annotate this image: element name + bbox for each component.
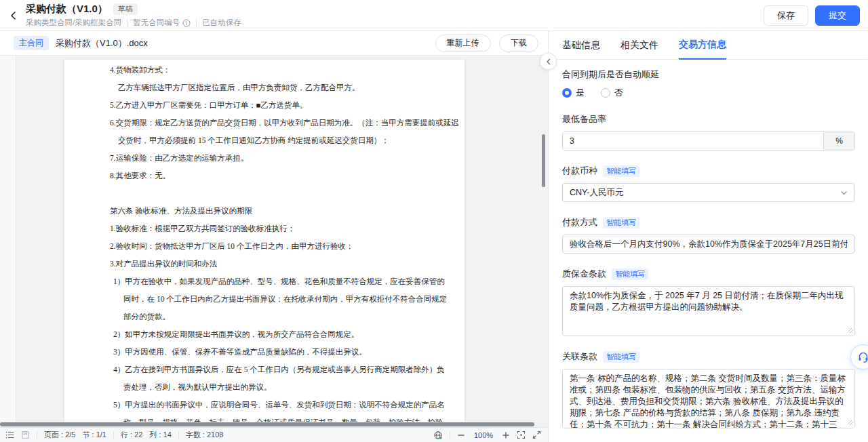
- document-panel: 主合同 采购付款（V1.0）.docx 重新上传 下载 4.货物装卸方式：: [0, 31, 549, 442]
- info-icon[interactable]: [182, 19, 191, 27]
- document-viewport: 4.货物装卸方式： 乙方车辆抵达甲方厂区指定位置后，由甲方负责卸货，乙方配合甲方…: [0, 56, 548, 422]
- zoom-level: 100%: [472, 431, 495, 439]
- field-label: 质保金条款: [562, 268, 606, 280]
- horizontal-scrollbar-thumb[interactable]: [0, 422, 534, 426]
- language-globe-icon[interactable]: [433, 430, 443, 440]
- tab[interactable]: 交易方信息: [679, 31, 726, 60]
- divider: [196, 19, 197, 26]
- field-label: 付款方式: [562, 216, 597, 228]
- field-auto-renew: 合同到期后是否自动顺延 是 否: [562, 68, 855, 99]
- thumbnail-rail[interactable]: [0, 56, 16, 422]
- doc-name: 采购付款（V1.0）.docx: [56, 37, 148, 49]
- submit-button[interactable]: 提交: [815, 5, 860, 26]
- vertical-scrollbar-thumb[interactable]: [542, 134, 545, 187]
- doc-line: 3.对产品提出异议的时间和办法: [64, 255, 465, 273]
- line-indicator: 行 : 22: [121, 430, 142, 440]
- fullscreen-icon[interactable]: [532, 430, 541, 439]
- min-spare-rate-input-group: %: [562, 132, 855, 150]
- doc-line: 6.交货期限：规定乙方送货的产品交货日期，以甲方收到产品日期为准。（注：当甲方需…: [64, 114, 465, 132]
- tab[interactable]: 基础信息: [562, 31, 600, 60]
- fit-page-icon[interactable]: [517, 430, 526, 439]
- radio-dot: [601, 88, 610, 98]
- selected-value: CNY-人民币元: [570, 187, 623, 199]
- zoom-out-icon[interactable]: [457, 431, 465, 439]
- doc-type-badge: 主合同: [14, 36, 49, 50]
- status-badge: 草稿: [113, 3, 138, 15]
- autosave-status: 已自动保存: [202, 18, 241, 28]
- document-toolbar: 主合同 采购付款（V1.0）.docx 重新上传 下载: [0, 31, 548, 56]
- warranty-clause-textarea[interactable]: 余款10%作为质保金，于 2025 年7 月 25 日前付清；在质保期二年内出现…: [562, 286, 855, 336]
- radio-label: 是: [576, 87, 585, 99]
- bookmark-icon[interactable]: [21, 430, 30, 439]
- min-spare-rate-input[interactable]: [563, 132, 823, 150]
- section-indicator: 节 : 1/1: [82, 430, 106, 440]
- doc-line: 7.运输保险：由乙方选定的运输方承担。: [64, 149, 465, 167]
- doc-line: 5.乙方进入甲方厂区需要凭：口甲方订单；■乙方送货单。: [64, 96, 465, 114]
- page-indicator: 页面 : 2/5: [44, 430, 75, 440]
- field-related-clause: 关联条款 智能填写 第一条 标的产品的名称、规格；第二条 交货时间及数量；第三条…: [562, 350, 855, 428]
- field-min-spare-rate: 最低备品率 %: [562, 113, 855, 150]
- pay-method-input[interactable]: [562, 235, 855, 254]
- column-indicator: 列 : 14: [149, 430, 171, 440]
- form-scroll-area: 合同到期后是否自动顺延 是 否: [549, 60, 867, 442]
- doc-line: 2.验收时间：货物抵达甲方厂区后 10 个工作日之内，由甲方进行验收；: [64, 237, 465, 255]
- radio-label: 否: [614, 87, 623, 99]
- doc-line: 5）甲方提出的书面异议中，应说明合同号、运单号、发货和到货日期；说明不符合规定的…: [64, 396, 465, 414]
- doc-line: 第六条 验收标准、方法及提出异议的期限: [64, 202, 465, 220]
- divider: [450, 431, 450, 439]
- doc-line: [64, 184, 465, 202]
- field-label: 付款币种: [562, 165, 597, 177]
- zoom-in-icon[interactable]: [502, 431, 510, 439]
- doc-line: 交货时，甲方必须提前 15 个工作日通知乙方协商 约定提前或延迟交货日期）；: [64, 132, 465, 149]
- field-label: 最低备品率: [562, 113, 606, 125]
- headset-icon: [857, 351, 868, 363]
- chevron-down-icon: [840, 189, 848, 197]
- download-button[interactable]: 下载: [499, 35, 538, 52]
- ai-fill-badge: 智能填写: [603, 217, 639, 228]
- field-pay-currency: 付款币种 智能填写 CNY-人民币元: [562, 165, 855, 202]
- page-title: 采购付款（V1.0）: [26, 3, 108, 16]
- doc-line: 4.货物装卸方式：: [64, 61, 465, 79]
- doc-line: 称、型号、规格、花色、标志、牌号、合格证或质量保证书号、数量、包装、检验方法、检…: [64, 414, 465, 422]
- horizontal-scrollbar[interactable]: [0, 422, 548, 427]
- contract-number: 暂无合同编号: [133, 18, 180, 28]
- field-warranty-clause: 质保金条款 智能填写 余款10%作为质保金，于 2025 年7 月 25 日前付…: [562, 268, 855, 336]
- vertical-scrollbar[interactable]: [542, 56, 546, 422]
- doc-line: 同时，在 10 个工作日内向乙方提出书面异议；在托收承付期内，甲方有权拒付不符合…: [64, 290, 465, 308]
- doc-line: 8.其他要求：无。: [64, 167, 465, 184]
- back-arrow-icon: [8, 10, 19, 21]
- ai-fill-badge: 智能填写: [603, 165, 639, 177]
- back-button[interactable]: [4, 6, 23, 25]
- collapse-panel-button[interactable]: [540, 53, 557, 70]
- document-page: 4.货物装卸方式： 乙方车辆抵达甲方厂区指定位置后，由甲方负责卸货，乙方配合甲方…: [64, 60, 465, 422]
- field-pay-method: 付款方式 智能填写: [562, 216, 855, 254]
- ai-fill-badge: 智能填写: [603, 351, 639, 363]
- doc-line: 2）如甲方未按规定期限提出书面异议的，视为所交产品符合合同规定。: [64, 325, 465, 343]
- divider: [113, 431, 114, 439]
- auto-renew-radio-group: 是 否: [562, 87, 855, 99]
- doc-line: 部分的货款。: [64, 308, 465, 325]
- radio-option[interactable]: 否: [601, 87, 623, 99]
- contract-editor-app: 采购付款（V1.0） 草稿 采购类型合同/采购框架合同 暂无合同编号 已自动保存…: [0, 0, 868, 442]
- doc-line: 乙方车辆抵达甲方厂区指定位置后，由甲方负责卸货，乙方配合甲方。: [64, 79, 465, 96]
- percent-addon: %: [823, 132, 854, 150]
- save-button[interactable]: 保存: [764, 5, 808, 26]
- radio-option[interactable]: 是: [562, 87, 585, 99]
- document-canvas: 4.货物装卸方式： 乙方车辆抵达甲方厂区指定位置后，由甲方负责卸货，乙方配合甲方…: [16, 56, 548, 422]
- outline-icon[interactable]: [5, 430, 14, 439]
- tab[interactable]: 相关文件: [620, 31, 658, 60]
- ai-fill-badge: 智能填写: [612, 268, 648, 280]
- info-tabs: 基础信息 相关文件 交易方信息: [549, 31, 867, 60]
- breadcrumb: 采购类型合同/采购框架合同: [26, 18, 121, 28]
- related-clause-textarea[interactable]: 第一条 标的产品的名称、规格；第二条 交货时间及数量；第三条：质量标准或；第四条…: [562, 369, 855, 428]
- document-statusbar: 页面 : 2/5 节 : 1/1 行 : 22 列 : 14 字数 : 2108: [0, 427, 548, 442]
- contract-info-panel: 基础信息 相关文件 交易方信息 合同到期后是否自动顺延: [549, 31, 867, 442]
- pay-currency-select[interactable]: CNY-人民币元: [562, 183, 855, 202]
- divider: [37, 431, 37, 439]
- doc-line: 1）甲方在验收中，如果发现产品的品种、型号、规格、花色和质量不符合规定，应在妥善…: [64, 273, 465, 290]
- page-header: 采购付款（V1.0） 草稿 采购类型合同/采购框架合同 暂无合同编号 已自动保存…: [0, 0, 868, 31]
- field-label: 关联条款: [562, 350, 597, 363]
- reupload-button[interactable]: 重新上传: [435, 35, 491, 52]
- doc-line: 责处理，否则，视为默认甲方提出的异议。: [64, 378, 465, 396]
- word-count: 字数 : 2108: [186, 430, 224, 440]
